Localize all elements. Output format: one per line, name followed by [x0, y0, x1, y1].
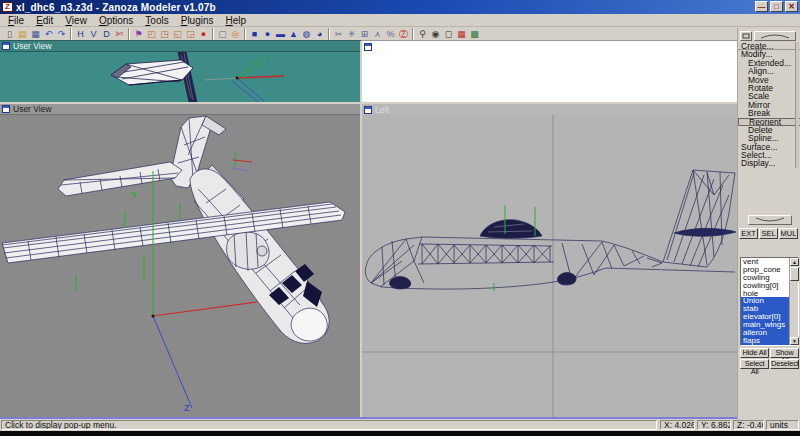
viewport-maximize-icon[interactable]: [2, 42, 10, 50]
select-rectangle-icon[interactable]: ▢: [216, 28, 229, 40]
wire-box-icon[interactable]: ◻: [442, 28, 455, 40]
mirror-diagonal-icon[interactable]: D: [100, 28, 113, 40]
select-circle-icon[interactable]: ◎: [229, 28, 242, 40]
view-layout-2-icon[interactable]: ◳: [158, 28, 171, 40]
scroll-thumb[interactable]: [790, 267, 799, 281]
perspective-flag-icon[interactable]: ⚑: [132, 28, 145, 40]
viewport-maximize-icon[interactable]: [364, 43, 372, 51]
viewport-user-view-top[interactable]: User View: [0, 41, 360, 102]
viewport-user-view-3d[interactable]: User View: [0, 104, 360, 417]
primitive-cube-icon[interactable]: ■: [248, 28, 261, 40]
viewport-maximize-icon[interactable]: [2, 105, 10, 113]
viewport-maximize-icon[interactable]: [364, 106, 372, 114]
show-all-button[interactable]: Show All: [770, 348, 799, 358]
save-floppy-icon[interactable]: ▦: [29, 28, 42, 40]
viewport-caption[interactable]: User View: [0, 41, 360, 52]
primitive-teapot-icon[interactable]: ◕: [313, 28, 326, 40]
scroll-down-icon[interactable]: ▼: [790, 337, 799, 345]
axis-z-label: Z: [184, 403, 190, 413]
bones-tool-icon[interactable]: ⋏: [371, 28, 384, 40]
menu-edit[interactable]: Edit: [30, 15, 59, 26]
panel-pin-button[interactable]: [740, 31, 752, 41]
view-layout-3-icon[interactable]: ◱: [171, 28, 184, 40]
primitive-sphere-icon[interactable]: ●: [261, 28, 274, 40]
clone-tool-icon[interactable]: ⊞: [358, 28, 371, 40]
viewport-canvas[interactable]: [362, 52, 737, 102]
mul-mode-button[interactable]: MUL: [779, 228, 798, 239]
weld-star-icon[interactable]: ✳: [345, 28, 358, 40]
undo-icon[interactable]: ↶: [42, 28, 55, 40]
new-file-icon[interactable]: ▯: [3, 28, 16, 40]
selection-mode-row: EXT SEL MUL: [739, 228, 798, 239]
object-item-selected[interactable]: flaps: [741, 337, 790, 345]
view-layout-1-icon[interactable]: ◰: [145, 28, 158, 40]
command-menu-scrollbar[interactable]: [795, 42, 799, 168]
zmodeler-window: Z xl_dhc6_n3.z3d - Zanoza Modeler v1.07b…: [0, 0, 800, 436]
pin-icon: [741, 32, 751, 40]
scroll-up-icon[interactable]: ▲: [790, 258, 799, 266]
close-button[interactable]: ✕: [785, 1, 798, 12]
z-lock-icon[interactable]: Ⓩ: [397, 28, 410, 40]
toolbar-separator: [244, 28, 246, 40]
uv-mapper-icon[interactable]: %: [384, 28, 397, 40]
view-layout-4-icon[interactable]: ◲: [184, 28, 197, 40]
viewport-caption[interactable]: User View: [0, 104, 360, 115]
app-icon[interactable]: Z: [2, 2, 13, 12]
stabilizer-wireframe: [0, 52, 360, 102]
ext-mode-button[interactable]: EXT: [739, 228, 758, 239]
horizontal-splitter[interactable]: [0, 102, 737, 104]
vertex-normals: [494, 205, 535, 291]
viewport-canvas[interactable]: [362, 115, 737, 417]
menu-view[interactable]: View: [59, 15, 93, 26]
render-sphere-icon[interactable]: ●: [197, 28, 210, 40]
main-toolbar: ▯ ▤ ▦ ↶ ↷ H V D ✄ ⚑ ◰ ◳ ◱ ◲ ● ▢ ◎ ■ ● ▬ …: [0, 27, 800, 41]
object-list: vent prop_cone cowling cowling[0] hole U…: [740, 257, 799, 346]
menu-file[interactable]: File: [2, 15, 30, 26]
toolbar-separator: [128, 28, 130, 40]
viewport-left-view[interactable]: Left: [362, 104, 737, 417]
axis-y-label: Y: [131, 190, 137, 200]
hide-all-button[interactable]: Hide All: [740, 348, 769, 358]
menu-options[interactable]: Options: [93, 15, 139, 26]
cmd-display[interactable]: Display...: [738, 159, 800, 167]
object-list-scrollbar[interactable]: ▲ ▼: [789, 258, 798, 345]
primitive-cone-icon[interactable]: ▲: [287, 28, 300, 40]
pan-eye-icon[interactable]: ◉: [429, 28, 442, 40]
primitive-torus-icon[interactable]: ◍: [300, 28, 313, 40]
maximize-button[interactable]: □: [770, 1, 783, 12]
sel-mode-button[interactable]: SEL: [759, 228, 778, 239]
viewport-label: Left: [375, 105, 389, 115]
viewport-canvas[interactable]: [0, 52, 360, 102]
primitive-cylinder-icon[interactable]: ▬: [274, 28, 287, 40]
status-message: Click to display pop-up menu.: [1, 420, 657, 430]
redo-icon[interactable]: ↷: [55, 28, 68, 40]
open-folder-icon[interactable]: ▤: [16, 28, 29, 40]
viewport-label: User View: [13, 41, 52, 51]
viewport-canvas[interactable]: Y Z: [0, 115, 360, 417]
mirror-horizontal-icon[interactable]: H: [74, 28, 87, 40]
mirror-vertical-icon[interactable]: V: [87, 28, 100, 40]
vertical-splitter[interactable]: [360, 41, 362, 417]
viewport-empty-top[interactable]: [362, 41, 737, 102]
detach-scissors-icon[interactable]: ✂: [332, 28, 345, 40]
title-bar[interactable]: Z xl_dhc6_n3.z3d - Zanoza Modeler v1.07b…: [0, 0, 800, 14]
delete-grid-icon[interactable]: ▦: [455, 28, 468, 40]
arc-up-icon: [755, 32, 795, 40]
viewport-caption[interactable]: Left: [362, 104, 737, 115]
command-menu: Create... Modify... Extended... Align...…: [738, 42, 800, 168]
menu-help[interactable]: Help: [220, 15, 253, 26]
panel-collapse-button[interactable]: [754, 31, 796, 41]
panel-expand-button[interactable]: [748, 215, 792, 225]
screen-edge: [0, 431, 800, 436]
deselect-button[interactable]: Deselect: [770, 359, 799, 369]
menu-plugins[interactable]: Plugins: [175, 15, 220, 26]
status-bar: Click to display pop-up menu. X: 4.0263 …: [0, 419, 800, 431]
select-all-button[interactable]: Select All: [740, 359, 769, 369]
menu-bar: File Edit View Options Tools Plugins Hel…: [0, 14, 800, 27]
texture-image-icon[interactable]: ▩: [468, 28, 481, 40]
minimize-button[interactable]: —: [755, 1, 768, 12]
cut-scissors-icon[interactable]: ✄: [113, 28, 126, 40]
menu-tools[interactable]: Tools: [139, 15, 174, 26]
viewport-caption[interactable]: [362, 41, 737, 52]
zoom-magnifier-icon[interactable]: ⚲: [416, 28, 429, 40]
